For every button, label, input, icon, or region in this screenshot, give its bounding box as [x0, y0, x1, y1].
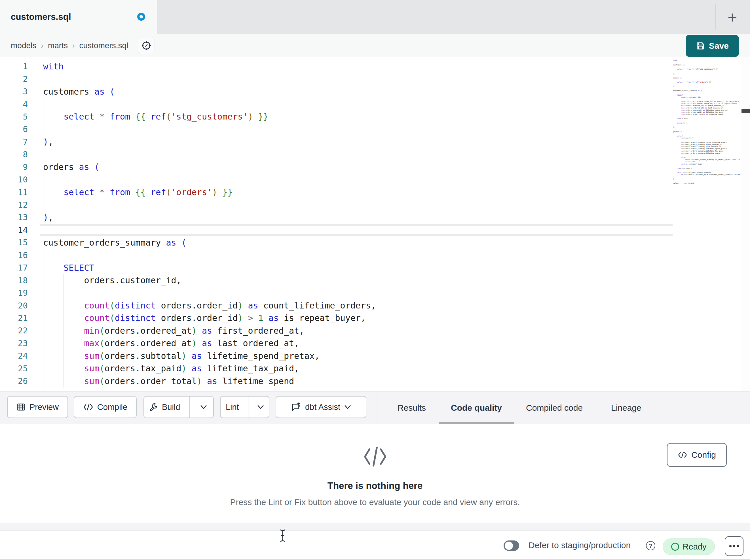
code-line-text: customers as ( [43, 87, 115, 97]
defer-toggle[interactable] [504, 540, 519, 551]
code-line[interactable]: 6 [0, 123, 750, 136]
minimap-line: group by 1 [673, 122, 740, 124]
line-number: 11 [0, 188, 43, 197]
status-bar: Defer to staging/production ? Ready [0, 531, 750, 559]
line-number: 10 [0, 175, 43, 184]
tab-compiled-code[interactable]: Compiled code [526, 392, 583, 424]
minimap-line: with [673, 60, 740, 62]
help-icon[interactable]: ? [646, 541, 655, 551]
code-line[interactable]: 24 sum(orders.subtotal) as lifetime_spen… [0, 350, 750, 362]
code-lines: 1with23customers as (45 select * from {{… [0, 60, 750, 387]
code-line[interactable]: 14 [0, 224, 750, 236]
code-line-text: select * from {{ ref('stg_customers') }} [43, 111, 269, 122]
code-line[interactable]: 10 [0, 173, 750, 186]
code-line[interactable]: 20 count(distinct orders.order_id) as co… [0, 299, 750, 312]
config-button[interactable]: Config [667, 443, 727, 467]
panel-footer-band [0, 523, 750, 531]
code-line[interactable]: 15customer_orders_summary as ( [0, 236, 750, 249]
text-cursor-pointer [279, 529, 287, 543]
line-number: 13 [0, 212, 43, 222]
preview-button[interactable]: Preview [7, 396, 68, 418]
empty-state-title: There is nothing here [0, 480, 750, 491]
breadcrumb-row: models › marts › customers.sql Save [0, 34, 750, 57]
line-number: 7 [0, 137, 43, 147]
code-line[interactable]: 13), [0, 211, 750, 224]
minimap-line [673, 154, 740, 157]
minimap-line: sum(orders.subtotal) as lifetime_spend_p… [673, 109, 740, 111]
docs-compass-button[interactable] [138, 37, 155, 54]
minimap-line [673, 180, 740, 182]
scrollbar-thumb[interactable] [742, 109, 750, 113]
line-number: 5 [0, 112, 43, 122]
code-line[interactable]: 2 [0, 72, 750, 85]
config-label: Config [691, 450, 716, 460]
breadcrumb-item-file[interactable]: customers.sql [79, 41, 129, 50]
minimap-line: select * from {{ ref('stg_customers') }} [673, 68, 740, 70]
file-tab-title: customers.sql [11, 12, 71, 22]
lint-button[interactable]: Lint [221, 397, 244, 417]
code-line[interactable]: 5 select * from {{ ref('stg_customers') … [0, 110, 750, 123]
code-editor[interactable]: 1with23customers as (45 select * from {{… [0, 57, 750, 391]
code-line[interactable]: 25 sum(orders.tax_paid) as lifetime_tax_… [0, 362, 750, 375]
dbt-assist-label: dbt Assist [305, 402, 340, 412]
active-tab-underline [439, 422, 514, 424]
code-line[interactable]: 12 [0, 199, 750, 211]
more-options-button[interactable] [725, 536, 744, 556]
tab-results[interactable]: Results [397, 392, 426, 424]
minimap-line: select * from joined [673, 182, 740, 184]
dbt-assist-button[interactable]: dbt Assist [276, 396, 366, 418]
code-line[interactable]: 9orders as ( [0, 161, 750, 173]
lint-dropdown-button[interactable] [252, 397, 269, 417]
toggle-knob [505, 542, 513, 550]
minimap-line [673, 92, 740, 94]
new-tab-button[interactable]: + [721, 5, 744, 29]
code-line[interactable]: 16 [0, 249, 750, 262]
minimap-line [673, 175, 740, 178]
code-line[interactable]: 18 orders.customer_id, [0, 274, 750, 286]
minimap-line: when customer_orders_summary.is_repeat_b… [673, 158, 740, 161]
code-line-text: count(distinct orders.order_id) > 1 as i… [43, 313, 366, 323]
status-badge-ready[interactable]: Ready [663, 538, 715, 555]
line-number: 23 [0, 338, 43, 348]
code-line[interactable]: 23 max(orders.ordered_at) as last_ordere… [0, 337, 750, 350]
code-line[interactable]: 21 count(distinct orders.order_id) > 1 a… [0, 312, 750, 324]
code-line[interactable]: 11 select * from {{ ref('orders') }} [0, 186, 750, 198]
build-button[interactable]: Build [144, 397, 185, 417]
minimap-line [673, 70, 740, 72]
minimap-line: left join customer_orders_summary [673, 171, 740, 174]
code-line[interactable]: 22 min(orders.ordered_at) as first_order… [0, 324, 750, 337]
editor-scrollbar[interactable] [741, 57, 750, 391]
code-line[interactable]: 7), [0, 136, 750, 148]
compass-icon [141, 41, 152, 51]
code-line[interactable]: 26 sum(orders.order_total) as lifetime_s… [0, 375, 750, 387]
build-dropdown-button[interactable] [194, 397, 213, 417]
code-line-text: orders as ( [43, 162, 100, 172]
compile-button[interactable]: Compile [74, 396, 137, 418]
code-line-text: count(distinct orders.order_id) as count… [43, 300, 376, 310]
minimap-line [673, 169, 740, 171]
code-line[interactable]: 8 [0, 148, 750, 161]
code-line[interactable]: 17 SELECT [0, 262, 750, 274]
minimap-line [673, 66, 740, 68]
code-line[interactable]: 1with [0, 60, 750, 72]
wrench-icon [150, 403, 158, 411]
minimap[interactable]: withcustomers as ( select * from {{ ref(… [673, 60, 740, 190]
code-line[interactable]: 19 [0, 287, 750, 299]
breadcrumb-item-models[interactable]: models [11, 41, 36, 50]
minimap-line [673, 75, 740, 77]
line-number: 3 [0, 87, 43, 96]
tab-code-quality[interactable]: Code quality [451, 392, 502, 424]
save-button[interactable]: Save [686, 35, 739, 57]
minimap-line: customer_orders_summary as ( [673, 89, 740, 92]
code-line[interactable]: 3customers as ( [0, 85, 750, 98]
tab-lineage[interactable]: Lineage [611, 392, 642, 424]
preview-label: Preview [29, 402, 59, 412]
minimap-line: orders as ( [673, 77, 740, 79]
minimap-line [673, 165, 740, 167]
minimap-line: from orders [673, 118, 740, 120]
file-tab-customers-sql[interactable]: customers.sql [0, 0, 157, 34]
breadcrumb-item-marts[interactable]: marts [48, 41, 68, 50]
minimap-line: select * from {{ ref('orders') }} [673, 81, 740, 83]
minimap-line: min(orders.ordered_at) as first_ordered_… [673, 105, 740, 107]
code-line[interactable]: 4 [0, 98, 750, 110]
